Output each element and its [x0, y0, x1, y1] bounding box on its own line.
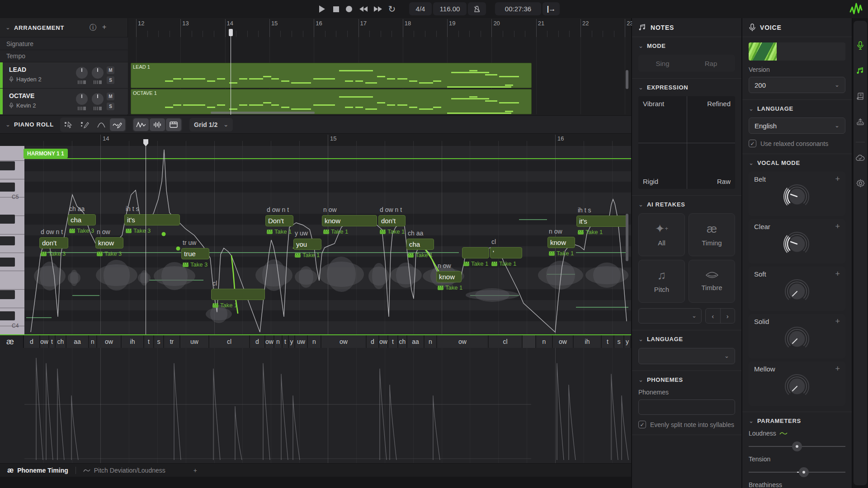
volume-knob[interactable]	[76, 67, 88, 79]
lyric-note[interactable]: it's	[576, 216, 628, 227]
black-key[interactable]	[0, 161, 15, 170]
phoneme-cell[interactable]: t	[49, 335, 56, 348]
take-label[interactable]: Take 1	[438, 284, 462, 291]
volume-knob[interactable]	[76, 93, 88, 105]
phoneme-cell[interactable]: ow	[40, 335, 49, 348]
note-language-select[interactable]: ⌄	[638, 348, 735, 364]
phoneme-cell[interactable]: ow	[379, 335, 388, 348]
take-label[interactable]: Take 1	[491, 260, 516, 267]
mode-option-sing[interactable]: Sing	[638, 55, 687, 72]
phoneme-cell[interactable]: t	[388, 335, 398, 348]
goto-playhead-button[interactable]: |→	[542, 2, 560, 15]
take-label[interactable]: Take 1	[295, 252, 320, 258]
lyric-note[interactable]: '	[490, 247, 522, 258]
show-pitch-curve-toggle[interactable]	[133, 118, 149, 131]
lyric-note[interactable]: don't	[378, 215, 406, 226]
arrangement-collapse-chevron-icon[interactable]: ⌄	[5, 25, 10, 30]
phoneme-cell[interactable]: d	[24, 335, 40, 348]
take-label[interactable]: Take 1	[323, 228, 348, 235]
mute-button[interactable]: M	[107, 93, 114, 100]
arrangement-timeline[interactable]: 121314151617181920212223LEAD 1OCTAVE 1	[128, 18, 631, 115]
phoneme-cell[interactable]: t	[144, 335, 154, 348]
phoneme-cell[interactable]: cl	[209, 335, 250, 348]
black-key[interactable]	[0, 236, 15, 245]
note-grid[interactable]: HARMONY 1 1d ow n tdon'tTake 3ch aachaTa…	[24, 146, 631, 334]
retake-tile-timbre[interactable]: Timbre	[689, 260, 735, 303]
lyric-note[interactable]: it's	[124, 214, 180, 225]
tab-pitch-deviation-loudness[interactable]: Pitch Deviation/Loudness	[76, 464, 173, 477]
record-button[interactable]	[344, 4, 354, 14]
phoneme-cell[interactable]: uw	[180, 335, 209, 348]
clock-display[interactable]: 00:27:36	[495, 2, 541, 15]
phoneme-cell[interactable]: t	[283, 335, 289, 348]
metronome-toggle[interactable]	[468, 2, 486, 15]
select-tool-button[interactable]	[61, 118, 76, 131]
take-label[interactable]: Take 1	[463, 260, 488, 267]
version-select[interactable]: 200⌄	[749, 77, 845, 93]
lyric-note[interactable]: know	[95, 237, 123, 249]
vocal-mode-knob[interactable]	[782, 371, 812, 401]
retake-tile-pitch[interactable]: ♫Pitch	[638, 260, 685, 303]
stop-button[interactable]	[330, 4, 341, 14]
phoneme-cell[interactable]: ow	[553, 335, 574, 348]
black-key[interactable]	[0, 215, 15, 224]
lyric-note[interactable]: know	[322, 215, 377, 226]
solo-button[interactable]: S	[107, 103, 114, 110]
take-label[interactable]: Take 1	[380, 228, 405, 235]
vocal-mode-add-button[interactable]: +	[835, 364, 840, 374]
vocal-mode-knob[interactable]	[782, 229, 812, 259]
show-waveform-toggle[interactable]	[150, 118, 165, 131]
harmony-clip-tab[interactable]: HARMONY 1 1	[24, 149, 68, 158]
phoneme-cell[interactable]: n	[536, 335, 553, 348]
rail-settings-icon[interactable]	[854, 176, 867, 190]
parameters-collapse-chevron-icon[interactable]: ⌄	[749, 419, 754, 423]
time-signature-display[interactable]: 4/4	[409, 2, 432, 15]
lyric-note[interactable]: know	[436, 271, 462, 282]
phoneme-cell[interactable]: ch	[56, 335, 66, 348]
signature-row[interactable]: Signature	[0, 37, 128, 50]
retake-tile-all[interactable]: ✦+All	[638, 213, 685, 256]
retake-next-button[interactable]: ›	[720, 309, 735, 323]
rail-mic-icon[interactable]	[854, 39, 867, 52]
voice-language-collapse-chevron-icon[interactable]: ⌄	[749, 107, 754, 111]
retake-tile-timing[interactable]: æTiming	[689, 213, 735, 256]
lyric-note[interactable]: cha	[68, 214, 96, 225]
note-language-collapse-chevron-icon[interactable]: ⌄	[638, 337, 643, 342]
piano-roll-collapse-chevron-icon[interactable]: ⌄	[5, 122, 10, 127]
phoneme-cell[interactable]: ow	[265, 335, 274, 348]
take-label[interactable]: Take 3	[97, 250, 122, 257]
draw-note-tool-button[interactable]	[77, 118, 93, 131]
rewind-button[interactable]	[357, 4, 370, 14]
pr-playhead-marker[interactable]	[143, 139, 148, 146]
pan-knob[interactable]	[92, 67, 104, 79]
vocal-mode-knob[interactable]	[782, 182, 812, 211]
curve-tool-button[interactable]	[94, 118, 109, 131]
vocal-mode-collapse-chevron-icon[interactable]: ⌄	[749, 161, 754, 165]
retake-select[interactable]: ⌄	[638, 308, 702, 324]
vocal-mode-add-button[interactable]: +	[835, 222, 840, 231]
phonemes-collapse-chevron-icon[interactable]: ⌄	[638, 378, 643, 382]
rail-cloud-icon[interactable]	[854, 151, 867, 164]
piano-keyboard[interactable]: C5C4	[0, 146, 24, 334]
tempo-display[interactable]: 116.00	[433, 2, 467, 15]
pitch-pen-tool-button[interactable]	[110, 118, 125, 131]
retake-prev-button[interactable]: ‹	[706, 309, 720, 323]
tempo-row[interactable]: Tempo	[0, 50, 128, 62]
vocal-mode-knob[interactable]	[782, 277, 812, 306]
take-label[interactable]: Take 3	[183, 261, 208, 268]
relaxed-consonants-checkbox[interactable]: ✓ Use relaxed consonants	[749, 140, 845, 147]
show-takes-toggle[interactable]	[166, 118, 181, 131]
mode-option-rap[interactable]: Rap	[687, 55, 735, 72]
piano-roll-ruler[interactable]: 141516	[0, 133, 631, 146]
phoneme-cell[interactable]	[523, 335, 536, 348]
ai-retakes-collapse-chevron-icon[interactable]: ⌄	[638, 202, 643, 207]
phoneme-cell[interactable]: ow	[437, 335, 489, 348]
slider-handle[interactable]	[799, 467, 809, 477]
phoneme-cell[interactable]: y	[624, 335, 631, 348]
take-label[interactable]: Take 3	[69, 227, 94, 234]
lyric-note[interactable]: know	[547, 237, 575, 248]
add-tab-button[interactable]: +	[186, 464, 204, 477]
vocal-mode-add-button[interactable]: +	[835, 317, 840, 326]
phoneme-cell[interactable]: aa	[407, 335, 425, 348]
take-label[interactable]: Take 1	[212, 302, 237, 309]
